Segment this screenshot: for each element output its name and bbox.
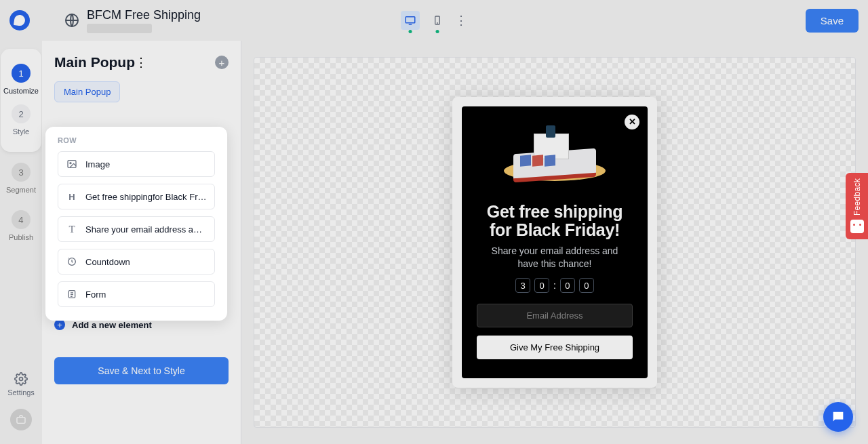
svg-point-4: [20, 378, 23, 381]
briefcase-icon: [16, 414, 26, 425]
step-publish[interactable]: 4 Publish: [9, 210, 33, 241]
cd-digit: 0: [560, 278, 575, 293]
step-customize[interactable]: 1 Customize: [3, 64, 39, 95]
panel-heading: Main Popup: [54, 54, 135, 70]
cd-digit: 0: [579, 278, 594, 293]
clock-icon: [66, 256, 78, 268]
svg-rect-1: [406, 17, 415, 23]
save-next-button[interactable]: Save & Next to Style: [54, 357, 229, 384]
svg-point-7: [70, 163, 71, 164]
svg-rect-5: [17, 418, 25, 424]
device-more-icon[interactable]: ⋮: [455, 13, 467, 28]
smiley-icon: [850, 220, 864, 233]
countdown: 3 0 : 0 0: [477, 278, 633, 293]
left-rail: 1 Customize 2 Style 3 Segment 4 Publish …: [0, 41, 42, 444]
ship-illustration: [497, 125, 612, 193]
image-icon: [66, 158, 78, 170]
save-button[interactable]: Save: [806, 9, 859, 33]
app-logo[interactable]: [9, 10, 30, 31]
popup-frame: ✕ Get free shipping for Black Friday! Sh…: [452, 97, 657, 388]
popup-chip[interactable]: Main Popup: [54, 81, 120, 102]
row-item-countdown[interactable]: Countdown: [58, 249, 215, 275]
email-input[interactable]: Email Address: [477, 304, 633, 327]
popup-headline: Get free shipping for Black Friday!: [477, 203, 633, 239]
cd-digit: 3: [515, 278, 530, 293]
cd-digit: 0: [534, 278, 549, 293]
panel-more-icon[interactable]: ⋮: [135, 55, 147, 70]
step-segment[interactable]: 3 Segment: [6, 163, 36, 194]
svg-point-3: [437, 23, 438, 24]
form-icon: [66, 288, 78, 300]
add-element-button[interactable]: + Add a new element: [54, 319, 229, 330]
top-bar: BFCM Free Shipping ⋮ Save: [0, 0, 868, 41]
add-panel-button[interactable]: +: [215, 56, 229, 69]
canvas: ✕ Get free shipping for Black Friday! Sh…: [241, 41, 868, 444]
desktop-preview-button[interactable]: [401, 11, 420, 30]
text-icon: T: [66, 223, 78, 235]
row-item-text[interactable]: T Share your email address and have th..…: [58, 216, 215, 242]
step-style[interactable]: 2 Style: [12, 104, 31, 136]
page-title: BFCM Free Shipping: [87, 8, 201, 22]
briefcase-button[interactable]: [10, 409, 32, 430]
row-elements-card: ROW Image H Get free shippingfor Black F…: [45, 127, 227, 321]
chat-icon: [831, 409, 846, 424]
popup: ✕ Get free shipping for Black Friday! Sh…: [462, 106, 648, 379]
cd-colon: :: [553, 280, 556, 291]
close-button[interactable]: ✕: [625, 115, 639, 129]
heading-icon: H: [66, 190, 78, 203]
feedback-tab[interactable]: Feedback: [846, 173, 868, 239]
row-item-heading[interactable]: H Get free shippingfor Black Friday!: [58, 184, 215, 209]
globe-icon[interactable]: [64, 12, 80, 28]
mobile-preview-button[interactable]: [428, 11, 447, 30]
plus-circle-icon: +: [54, 319, 65, 330]
popup-subtext: Share your email address and have this c…: [480, 245, 629, 270]
cta-button[interactable]: Give My Free Shipping: [477, 336, 633, 359]
row-item-image[interactable]: Image: [58, 151, 215, 177]
settings-button[interactable]: Settings: [7, 372, 35, 397]
row-item-form[interactable]: Form: [58, 281, 215, 307]
row-label: ROW: [58, 136, 215, 144]
chat-fab[interactable]: [823, 402, 853, 432]
page-subtitle-placeholder: [87, 24, 152, 33]
artboard[interactable]: ✕ Get free shipping for Black Friday! Sh…: [254, 57, 856, 428]
gear-icon: [14, 372, 28, 386]
